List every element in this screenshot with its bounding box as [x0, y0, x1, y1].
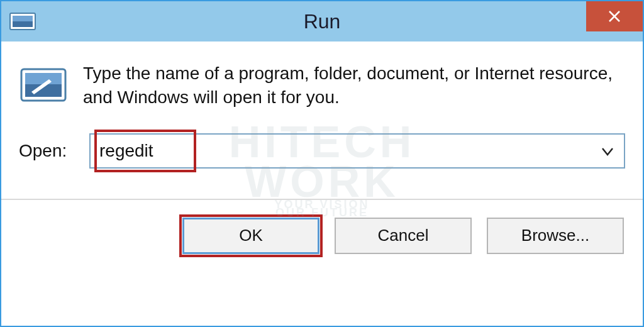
divider: [1, 199, 643, 200]
info-row: Type the name of a program, folder, docu…: [19, 62, 625, 109]
cancel-button[interactable]: Cancel: [335, 218, 472, 254]
open-input-value[interactable]: regedit: [99, 141, 600, 161]
open-row: Open: regedit: [19, 133, 625, 169]
cancel-button-label: Cancel: [378, 226, 429, 245]
close-icon: [608, 9, 621, 23]
dialog-description: Type the name of a program, folder, docu…: [83, 62, 625, 109]
window-title: Run: [304, 10, 341, 33]
button-row: OK Cancel Browse...: [19, 218, 625, 254]
run-program-icon: [19, 65, 68, 104]
open-label: Open:: [19, 141, 74, 161]
browse-button-label: Browse...: [521, 226, 589, 245]
run-titlebar-icon: [9, 11, 36, 32]
svg-rect-2: [13, 16, 33, 21]
svg-rect-7: [25, 73, 62, 84]
browse-button[interactable]: Browse...: [487, 218, 624, 254]
open-combobox[interactable]: regedit: [89, 133, 625, 169]
ok-button-label: OK: [239, 226, 263, 245]
ok-button[interactable]: OK: [182, 218, 319, 254]
dialog-body: Type the name of a program, folder, docu…: [1, 42, 643, 326]
run-dialog-window: Run Type the name of a program, folder, …: [0, 0, 644, 327]
titlebar: Run: [1, 1, 643, 42]
chevron-down-icon[interactable]: [600, 143, 615, 158]
close-button[interactable]: [586, 1, 643, 31]
